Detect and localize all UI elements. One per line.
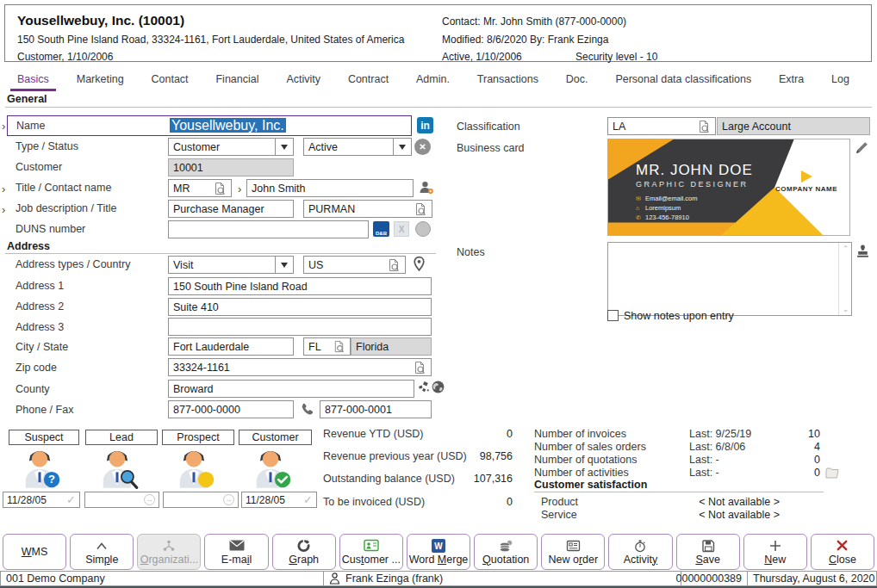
country-lookup-field[interactable]: US (303, 256, 406, 274)
linkedin-icon[interactable]: in (417, 117, 433, 133)
new-button[interactable]: New (743, 534, 807, 570)
word-merge-button[interactable]: W Word Merge (407, 534, 470, 570)
fax-value: 877-000-0001 (325, 404, 392, 416)
satisfaction-service-value: < Not available > (642, 509, 780, 521)
chevron-down-icon[interactable] (275, 139, 293, 155)
satellite-view-icon[interactable] (418, 381, 431, 398)
arrow-right-circle-icon[interactable]: → (144, 494, 155, 505)
stopwatch-icon (633, 539, 647, 553)
close-button[interactable]: Close (811, 534, 874, 570)
add-contact-icon[interactable] (419, 180, 433, 198)
tab-contract[interactable]: Contract (341, 72, 395, 91)
business-card-image[interactable]: MR. JOHN DOE GRAPHIC DESIGNER ✉Email@ema… (607, 139, 850, 236)
quotation-button[interactable]: Quotation (474, 534, 538, 570)
phone-icon[interactable] (299, 402, 313, 419)
title-value: MR (173, 183, 213, 195)
tab-transactions[interactable]: Transactions (470, 72, 545, 91)
simple-button[interactable]: Simple (70, 534, 134, 570)
lead-date-field[interactable]: → (84, 492, 159, 508)
lookup-icon[interactable] (414, 202, 427, 216)
chevron-down-icon[interactable] (393, 139, 411, 155)
fax-input[interactable]: 877-000-0001 (320, 400, 432, 418)
tab-basics[interactable]: Basics (10, 72, 56, 91)
tab-log[interactable]: Log (824, 72, 856, 91)
tab-admin[interactable]: Admin. (409, 72, 457, 91)
stamp-icon[interactable] (855, 244, 870, 262)
show-notes-checkbox[interactable] (607, 310, 619, 321)
satisfaction-service-label: Service (541, 509, 577, 521)
city-input[interactable]: Fort Lauderdale (168, 337, 294, 356)
address1-input[interactable]: 150 South Pine Island Road (168, 277, 432, 295)
tab-contact[interactable]: Contact (145, 72, 196, 91)
customer-date-field[interactable]: 11/28/05 ✓ (241, 492, 317, 508)
tab-activity[interactable]: Activity (279, 72, 327, 91)
county-input[interactable]: Broward (168, 380, 414, 398)
zip-lookup-field[interactable]: 33324-1161 (168, 358, 432, 376)
folder-icon[interactable] (825, 467, 839, 482)
stage-button-customer[interactable]: Customer (239, 430, 312, 445)
globe-icon[interactable] (431, 380, 445, 398)
map-pin-icon[interactable] (412, 256, 426, 275)
business-card-company: COMPANY NAME (775, 185, 837, 193)
chevron-down-icon[interactable] (275, 257, 293, 273)
county-label: County (16, 383, 50, 395)
tab-extra[interactable]: Extra (772, 72, 811, 91)
customer-card-button[interactable]: Customer ... (339, 534, 403, 570)
clear-status-icon[interactable]: ✕ (414, 139, 431, 155)
tab-marketing[interactable]: Marketing (70, 72, 131, 91)
activity-button[interactable]: Activity (608, 534, 672, 570)
dnb-icon[interactable]: D&B (373, 221, 389, 237)
header-contact: Contact: Mr. John Smith (877-000-0000) (442, 15, 626, 28)
save-button[interactable]: Save (676, 534, 740, 570)
simple-button-label: Simple (85, 554, 118, 566)
check-icon: ✓ (66, 493, 76, 506)
new-order-button[interactable]: New order (541, 534, 605, 570)
tab-personal-data-classifications[interactable]: Personal data classifications (608, 72, 758, 91)
prospect-date-field[interactable]: → (163, 492, 239, 508)
stage-button-suspect[interactable]: Suspect (9, 430, 79, 445)
stage-button-prospect[interactable]: Prospect (162, 430, 234, 445)
phone-input[interactable]: 877-000-0000 (168, 400, 294, 418)
lookup-icon[interactable] (413, 361, 426, 374)
email-button[interactable]: E-mail (204, 534, 268, 570)
job-description-input[interactable]: Purchase Manager (168, 200, 294, 218)
lookup-icon[interactable] (333, 340, 345, 353)
tab-financial[interactable]: Financial (208, 72, 265, 91)
address1-label: Address 1 (16, 280, 64, 292)
edit-pencil-icon[interactable] (855, 140, 869, 158)
suspect-date-field[interactable]: 11/28/05 ✓ (3, 492, 80, 508)
graph-button[interactable]: Graph (272, 534, 336, 570)
name-input[interactable]: Yousellwebuy, Inc. (170, 118, 286, 133)
address-type-dropdown[interactable]: Visit (168, 256, 294, 274)
notes-textarea[interactable]: ⌃ ⌄ (607, 242, 852, 316)
tab-doc[interactable]: Doc. (559, 72, 595, 91)
state-code-value: FL (308, 341, 333, 353)
classification-lookup-field[interactable]: LA (607, 117, 716, 135)
address2-input[interactable]: Suite 410 (168, 298, 432, 316)
notes-scrollbar[interactable]: ⌃ ⌄ (838, 243, 851, 315)
scroll-up-icon[interactable]: ⌃ (839, 244, 852, 253)
state-lookup-field[interactable]: FL (303, 337, 351, 356)
type-dropdown[interactable]: Customer (168, 138, 294, 156)
page-title: Yousellwebuy, Inc. (10001) (17, 13, 184, 28)
svg-text:W: W (434, 542, 443, 551)
address3-input[interactable] (168, 318, 432, 336)
lookup-icon[interactable] (697, 120, 711, 133)
quotation-button-label: Quotation (482, 554, 529, 566)
address2-value: Suite 410 (173, 301, 219, 313)
duns-status-circle-icon (415, 221, 431, 237)
wms-button[interactable]: WMS (3, 534, 66, 570)
customer-card-icon (364, 539, 379, 553)
scroll-down-icon[interactable]: ⌄ (839, 305, 852, 313)
invoices-last: Last: 9/25/19 (689, 428, 751, 440)
title-lookup-field[interactable]: MR (168, 179, 232, 197)
duns-input[interactable] (168, 220, 369, 238)
job-code-lookup-field[interactable]: PURMAN (303, 200, 432, 218)
satisfaction-product-value: < Not available > (642, 496, 780, 508)
status-dropdown[interactable]: Active (303, 138, 412, 156)
stage-button-lead[interactable]: Lead (85, 430, 158, 445)
lookup-icon[interactable] (213, 182, 227, 195)
arrow-right-circle-icon[interactable]: → (223, 494, 234, 505)
lookup-icon[interactable] (387, 258, 401, 272)
contact-name-input[interactable]: John Smith (246, 179, 414, 197)
